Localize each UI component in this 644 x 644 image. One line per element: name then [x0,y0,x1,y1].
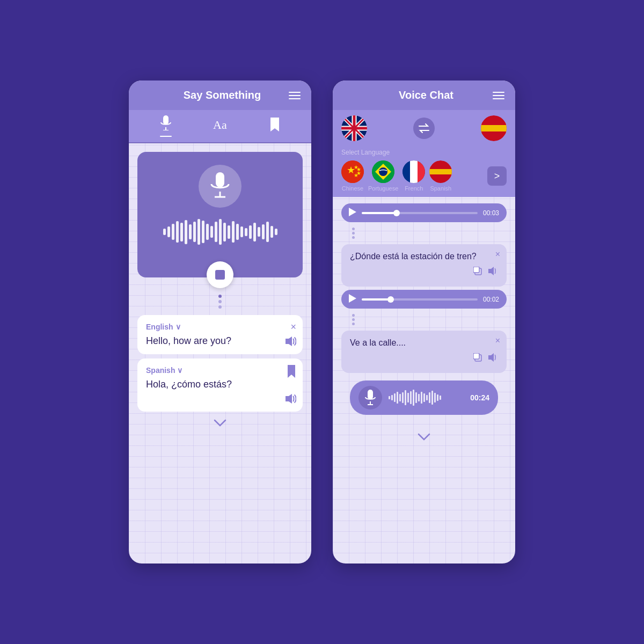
chat-dot [352,323,355,325]
chat-bubble-1-actions [350,267,498,279]
chat-bubble-2: Ve a la calle.... × [341,331,507,373]
bottom-waveform [389,390,464,406]
play-button-2[interactable] [349,294,356,304]
player-time-1: 00:03 [483,209,499,217]
chat-dot [352,228,355,230]
copy-button-1[interactable] [473,267,483,279]
right-phone-header: Voice Chat [333,80,515,110]
dot-1 [218,295,222,298]
audio-player-1: 00:03 [341,203,507,222]
play-button-1[interactable] [349,208,356,218]
from-language-flag[interactable] [341,115,367,141]
chat-dot [352,314,355,317]
dot-2 [218,300,222,303]
toolbar-text-icon[interactable]: Aa [213,118,228,134]
svg-rect-43 [473,267,479,273]
select-language-label: Select Language [341,149,507,156]
chat-dots-2 [341,312,507,327]
recording-area [137,152,303,277]
bottom-mic-button[interactable] [358,386,382,409]
recorder-time: 00:24 [470,393,489,402]
svg-rect-21 [481,122,507,125]
chat-bubble-1: ¿Dónde está la estación de tren? × [341,244,507,287]
spanish-sound-button[interactable] [286,394,296,406]
portuguese-label: Portuguese [368,185,398,192]
svg-marker-8 [286,336,292,346]
sound-button-2[interactable] [488,353,498,365]
chat-bubble-2-close[interactable]: × [495,336,500,346]
waveform [148,218,292,245]
language-option-spanish[interactable]: Spanish [429,160,452,192]
language-option-portuguese[interactable]: Portuguese [368,160,398,192]
english-lang-label[interactable]: English ∨ [146,323,294,331]
english-close-button[interactable]: × [290,321,296,333]
chat-dots-1 [341,225,507,241]
spanish-flag-label: Spanish [430,185,451,192]
svg-marker-48 [488,353,494,362]
player-time-2: 00:02 [483,296,499,303]
right-menu-icon[interactable] [493,92,504,99]
svg-point-31 [379,167,387,176]
left-phone-title: Say Something [156,89,289,101]
spanish-translation-box: Spanish ∨ Hola, ¿cómo estás? [137,358,303,412]
language-option-french[interactable]: French [402,160,425,192]
chat-dot [352,232,355,235]
toolbar-mic-icon[interactable] [160,115,172,137]
svg-text:★: ★ [354,172,358,178]
svg-rect-34 [410,160,418,183]
player-bar-2[interactable] [362,298,478,301]
language-option-chinese[interactable]: ★ ★ ★ ★ ★ Chinese [341,160,364,192]
right-phone-title: Voice Chat [360,89,493,101]
spanish-flag [429,160,452,183]
stop-icon [215,270,225,280]
dot-3 [218,305,222,309]
sound-button-1[interactable] [488,267,498,279]
chat-bubble-1-text: ¿Dónde está la estación de tren? [350,252,498,261]
english-sound-button[interactable] [286,336,296,349]
chat-bubble-2-actions [350,353,498,365]
chat-bubble-1-close[interactable]: × [495,250,500,259]
language-next-button[interactable]: > [487,166,507,186]
svg-rect-35 [418,160,425,183]
chat-body: 00:03 ¿Dónde está la estación de tren? × [333,197,515,426]
spanish-translation-text: Hola, ¿cómo estás? [146,379,294,390]
audio-player-2: 00:02 [341,290,507,309]
swap-languages-button[interactable] [413,118,435,139]
chinese-flag: ★ ★ ★ ★ ★ [341,160,364,183]
mic-icon-large [209,172,231,200]
chat-dot [352,318,355,321]
toolbar-bookmark-icon[interactable] [269,118,280,135]
svg-rect-22 [481,131,507,135]
french-flag [402,160,425,183]
portuguese-flag [372,160,394,183]
language-options: ★ ★ ★ ★ ★ Chinese [341,160,507,192]
left-chevron-down[interactable] [129,412,311,434]
svg-rect-33 [402,160,410,183]
player-bar-1[interactable] [362,212,478,214]
left-phone-header: Say Something [129,80,311,110]
copy-button-2[interactable] [473,353,483,365]
stop-button[interactable] [207,261,233,288]
svg-rect-39 [429,166,452,169]
chinese-label: Chinese [342,185,363,192]
left-menu-icon[interactable] [289,92,301,99]
svg-rect-47 [473,353,479,359]
chat-bubble-2-text: Ve a la calle.... [350,338,498,348]
svg-marker-9 [286,394,292,404]
left-phone: Say Something Aa [129,80,311,564]
select-language-section: Select Language ★ ★ ★ ★ ★ Chinese [333,147,515,197]
svg-rect-40 [429,174,452,178]
svg-marker-45 [349,294,356,303]
english-translation-box: English ∨ Hello, how are you? × [137,315,303,354]
chat-dot [352,236,355,239]
spanish-bookmark-button[interactable] [287,365,296,380]
to-language-flag[interactable] [481,115,507,141]
english-translation-text: Hello, how are you? [146,335,294,347]
spanish-lang-label[interactable]: Spanish ∨ [146,366,294,375]
left-toolbar: Aa [129,110,311,143]
dots-indicator [129,295,311,309]
svg-text:Aa: Aa [213,118,227,131]
right-chevron-down[interactable] [333,426,515,448]
svg-rect-4 [216,172,224,187]
french-label: French [405,185,423,192]
